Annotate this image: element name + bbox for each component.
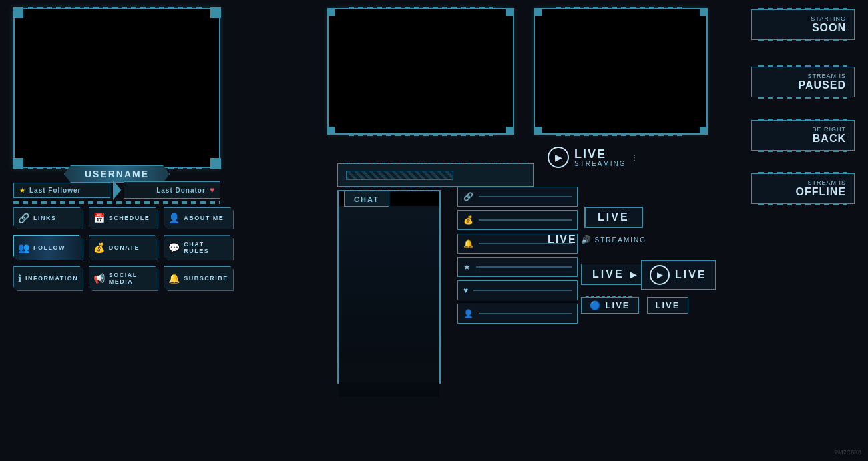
heart-icon: ♥	[210, 185, 214, 195]
hud-corner-r-tr	[700, 8, 708, 16]
live-small-2-text: LIVE	[656, 300, 680, 310]
chat-header: CHAT	[344, 191, 389, 207]
subscribe-label: SUBSCRIBE	[184, 275, 228, 282]
chat-money-icon: 💰	[463, 215, 473, 225]
frame-corner-tl	[13, 7, 23, 18]
follow-label: FOLLOW	[33, 244, 65, 251]
chat-star-icon: ★	[463, 262, 471, 272]
chat-item-star: ★	[457, 257, 578, 277]
live-big-play-badge: ▶ LIVE	[641, 260, 716, 290]
chat-rules-button[interactable]: 💬 CHAT RULES	[164, 235, 234, 260]
chat-link-icon: 🔗	[463, 192, 473, 201]
chat-rules-label: CHAT RULES	[184, 241, 229, 254]
donate-button[interactable]: 💰 DONATE	[89, 235, 159, 260]
streaming-v2-sub: STREAMING	[595, 236, 646, 244]
chat-heart-icon: ♥	[463, 286, 468, 295]
title-bar	[337, 163, 534, 187]
live-play-icon: ▶	[630, 269, 637, 280]
hud-corner-r-br	[700, 127, 708, 135]
live-main-text: LIVE	[574, 148, 626, 160]
live-small-badges-row: 🔵 LIVE LIVE	[581, 297, 688, 314]
hud-frame-left	[327, 8, 514, 135]
streaming-sub-text: STREAMING	[574, 160, 626, 167]
chat-fade	[339, 342, 439, 382]
frame-corner-br	[210, 158, 221, 169]
chat-item-bar-1	[479, 196, 572, 197]
stream-offline-main: OFFLINE	[796, 186, 846, 197]
chat-user-icon: 👤	[463, 309, 473, 318]
chat-item-heart: ♥	[457, 280, 578, 300]
last-follower-label: Last Follower	[29, 187, 81, 194]
star-icon: ★	[19, 187, 25, 194]
info-icon: ℹ	[18, 273, 21, 284]
live-big-text: LIVE	[675, 269, 707, 281]
frame-corner-bl	[13, 158, 23, 169]
last-follower-section: ★ Last Follower	[13, 183, 110, 198]
last-donator-label: Last Donator	[156, 187, 206, 194]
live-small-badge-1: 🔵 LIVE	[581, 297, 639, 314]
hud-corner-tr	[506, 8, 514, 16]
chat-label: CHAT	[354, 195, 379, 203]
stream-paused-sub: STREAM IS	[760, 73, 846, 79]
links-button[interactable]: 🔗 LINKS	[13, 207, 83, 229]
be-right-back-panel: BE RIGHT BACK	[751, 120, 855, 151]
social-icon: 📢	[93, 273, 105, 284]
button-grid: 🔗 LINKS 📅 SCHEDULE 👤 ABOUT ME 👥 FOLLOW 💰…	[13, 207, 234, 291]
schedule-button[interactable]: 📅 SCHEDULE	[89, 207, 159, 229]
title-bar-bg	[346, 171, 453, 180]
calendar-icon: 📅	[93, 213, 105, 223]
bell-icon: 🔔	[168, 273, 180, 284]
hud-corner-tl	[327, 8, 335, 16]
stream-offline-panel: STREAM IS OFFLINE	[751, 173, 855, 204]
follow-button[interactable]: 👥 FOLLOW	[13, 235, 83, 260]
hud-corner-r-bl	[534, 127, 542, 135]
badge-dashes-top	[586, 296, 634, 298]
live-small-badge-2: LIVE	[647, 297, 689, 314]
speaker-icon: 🔊	[581, 235, 591, 244]
live-dots: ⋮	[631, 154, 638, 161]
about-me-label: ABOUT ME	[184, 215, 224, 221]
live-streaming-v2-badge: LIVE 🔊 STREAMING	[548, 234, 646, 246]
be-right-back-main: BACK	[813, 133, 846, 144]
live-text-group: LIVE STREAMING	[574, 148, 626, 167]
play-button-circle[interactable]: ▶	[548, 147, 569, 168]
be-right-back-sub: BE RIGHT	[760, 126, 846, 133]
hud-frame-right	[534, 8, 708, 135]
chat-item-bar-2	[479, 219, 572, 221]
information-button[interactable]: ℹ INFORMATION	[13, 266, 83, 291]
donate-label: DONATE	[109, 244, 140, 251]
starting-soon-sub: STARTING	[760, 15, 846, 22]
chat-item-bar-6	[479, 313, 572, 314]
chat-item-link: 🔗	[457, 187, 578, 207]
chat-items-list: 🔗 💰 🔔 ★ ♥ 👤	[457, 187, 578, 324]
hud-corner-br	[506, 127, 514, 135]
follower-dashes	[13, 201, 220, 204]
stream-frame-border	[13, 8, 220, 168]
user-icon: 👤	[168, 213, 180, 223]
link-icon: 🔗	[18, 213, 29, 223]
stream-paused-main: PAUSED	[799, 79, 847, 91]
big-play-circle[interactable]: ▶	[650, 265, 670, 285]
social-media-label: SOCIAL MEDIA	[109, 272, 154, 285]
stream-paused-panel: STREAM IS PAUSED	[751, 67, 855, 97]
watermark: 2M7C6K8	[835, 449, 861, 456]
chat-icon: 💬	[168, 242, 180, 253]
about-me-button[interactable]: 👤 ABOUT ME	[164, 207, 234, 229]
donate-icon: 💰	[93, 242, 105, 253]
social-media-button[interactable]: 📢 SOCIAL MEDIA	[89, 266, 159, 291]
follower-divider	[113, 180, 121, 200]
live-v2-text: LIVE	[548, 234, 577, 246]
follower-bar: ★ Last Follower Last Donator ♥	[13, 180, 220, 200]
information-label: INFORMATION	[25, 275, 78, 282]
stream-offline-sub: STREAM IS	[760, 179, 846, 186]
subscribe-button[interactable]: 🔔 SUBSCRIBE	[164, 266, 234, 291]
links-label: LINKS	[33, 215, 57, 221]
hud-corner-bl	[327, 127, 335, 135]
live-badge-simple-text: LIVE	[598, 211, 630, 223]
chat-item-money: 💰	[457, 210, 578, 230]
chat-item-bar-5	[473, 290, 572, 291]
follow-icon: 👥	[18, 242, 29, 253]
starting-soon-panel: STARTING SOON	[751, 9, 855, 40]
live-badge-simple: LIVE	[584, 207, 643, 228]
last-donator-section: Last Donator ♥	[124, 181, 220, 199]
